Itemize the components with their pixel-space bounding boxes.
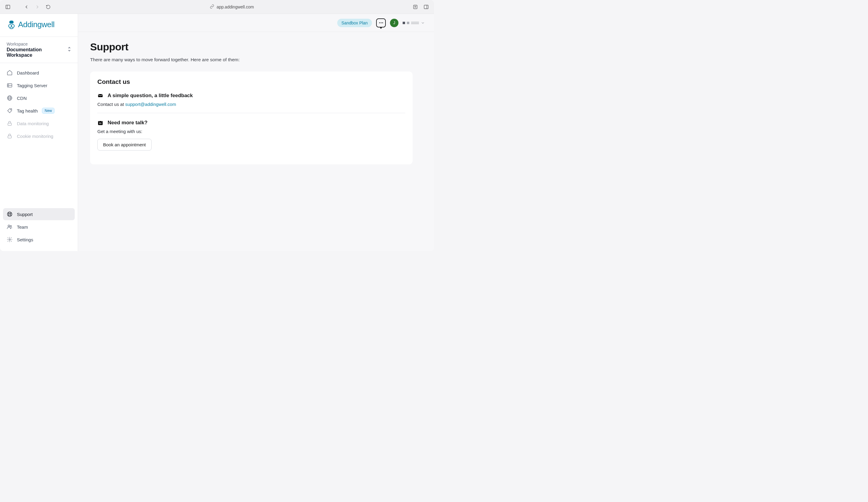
- sidebar-item-tagging-server[interactable]: Tagging Server: [3, 79, 75, 91]
- sidebar-item-cdn[interactable]: CDN: [3, 92, 75, 104]
- sidebar-item-label: Team: [17, 224, 28, 230]
- lifebuoy-icon: [7, 211, 13, 217]
- svg-rect-2: [413, 5, 417, 9]
- server-icon: [7, 82, 13, 88]
- page-title: Support: [90, 41, 413, 53]
- link-icon: [210, 4, 214, 10]
- sidebar-item-cookie-monitoring[interactable]: Cookie monitoring: [3, 130, 75, 142]
- svg-rect-19: [8, 136, 11, 138]
- avatar[interactable]: J: [390, 19, 399, 27]
- forward-icon: [33, 3, 42, 11]
- sidebar-item-data-monitoring[interactable]: Data monitoring: [3, 117, 75, 129]
- reload-icon[interactable]: [44, 3, 52, 11]
- sidebar-item-label: Tag health: [17, 108, 38, 113]
- svg-point-8: [11, 24, 14, 28]
- nav-primary: Dashboard Tagging Server CDN Tag health: [0, 63, 78, 206]
- workspace-selector[interactable]: Workspace Documentation Workspace: [0, 37, 78, 63]
- svg-point-26: [8, 225, 10, 227]
- svg-line-24: [8, 215, 9, 216]
- svg-point-17: [11, 110, 11, 110]
- contact-card: Contact us A simple question, a little f…: [90, 71, 413, 164]
- reader-icon[interactable]: [411, 3, 420, 11]
- users-icon: [7, 224, 13, 230]
- browser-toolbar: app.addingwell.com: [0, 0, 434, 14]
- url-display[interactable]: app.addingwell.com: [55, 4, 409, 10]
- svg-rect-29: [98, 94, 103, 97]
- plan-badge[interactable]: Sandbox Plan: [337, 19, 372, 27]
- svg-text:31: 31: [99, 122, 102, 124]
- bars-icon: [411, 22, 419, 24]
- lock-icon: [7, 133, 13, 139]
- panel-toggle-icon[interactable]: [422, 3, 431, 11]
- globe-icon: [7, 95, 13, 101]
- support-email-link[interactable]: support@addingwell.com: [125, 102, 176, 107]
- topbar: Sandbox Plan J: [78, 14, 434, 32]
- sidebar-item-label: Dashboard: [17, 70, 39, 76]
- chevron-updown-icon: [68, 47, 71, 53]
- svg-line-22: [8, 213, 9, 214]
- sidebar-item-label: Data monitoring: [17, 121, 49, 126]
- svg-point-7: [8, 24, 11, 28]
- square-icon: [403, 22, 405, 24]
- brand-logo[interactable]: Addingwell: [0, 14, 78, 37]
- sidebar-item-label: CDN: [17, 96, 27, 101]
- svg-rect-5: [424, 5, 428, 9]
- calendar-icon: 31: [97, 120, 103, 126]
- section-body: Get a meeting with us:: [97, 129, 405, 134]
- svg-point-27: [10, 225, 11, 227]
- svg-rect-0: [6, 5, 10, 9]
- sidebar-toggle-icon[interactable]: [3, 3, 12, 11]
- sidebar: Addingwell Workspace Documentation Works…: [0, 14, 78, 251]
- url-text: app.addingwell.com: [217, 4, 254, 9]
- section-body: Contact us at support@addingwell.com: [97, 102, 405, 107]
- home-icon: [7, 70, 13, 76]
- page-description: There are many ways to move forward toge…: [90, 57, 413, 62]
- chat-dots-icon: [379, 22, 383, 23]
- sidebar-item-label: Tagging Server: [17, 83, 47, 88]
- badge-new: New: [42, 108, 54, 114]
- svg-line-23: [10, 213, 11, 214]
- sidebar-item-label: Cookie monitoring: [17, 134, 53, 139]
- square-icon: [407, 22, 409, 24]
- sidebar-item-label: Support: [17, 212, 33, 217]
- back-icon[interactable]: [22, 3, 31, 11]
- svg-rect-18: [8, 123, 11, 126]
- section-title: Need more talk?: [107, 120, 147, 126]
- sidebar-item-tag-health[interactable]: Tag health New: [3, 105, 75, 117]
- contact-section-meeting: 31 Need more talk? Get a meeting with us…: [97, 113, 405, 157]
- sidebar-item-support[interactable]: Support: [3, 208, 75, 220]
- workspace-label: Workspace: [7, 42, 68, 47]
- chat-button[interactable]: [376, 18, 386, 28]
- sidebar-item-team[interactable]: Team: [3, 221, 75, 233]
- contact-prefix: Contact us at: [97, 102, 125, 107]
- user-menu[interactable]: [403, 21, 425, 25]
- mail-icon: [97, 93, 103, 99]
- sidebar-item-settings[interactable]: Settings: [3, 233, 75, 245]
- sidebar-item-dashboard[interactable]: Dashboard: [3, 67, 75, 79]
- lock-icon: [7, 120, 13, 127]
- contact-section-email: A simple question, a little feedback Con…: [97, 93, 405, 113]
- svg-line-25: [10, 215, 11, 216]
- main-content: Sandbox Plan J Support There are many wa…: [78, 14, 434, 251]
- sidebar-item-label: Settings: [17, 237, 33, 242]
- workspace-name: Documentation Workspace: [7, 47, 68, 58]
- svg-point-28: [9, 239, 11, 240]
- nav-secondary: Support Team Settings: [0, 206, 78, 251]
- gear-icon: [7, 237, 13, 243]
- svg-point-21: [9, 213, 11, 215]
- chevron-down-icon: [421, 21, 425, 25]
- brand-name: Addingwell: [18, 20, 54, 29]
- logo-icon: [7, 20, 16, 29]
- card-title: Contact us: [97, 78, 405, 86]
- book-appointment-button[interactable]: Book an appointment: [97, 139, 152, 151]
- tag-icon: [7, 108, 13, 114]
- section-title: A simple question, a little feedback: [107, 93, 193, 99]
